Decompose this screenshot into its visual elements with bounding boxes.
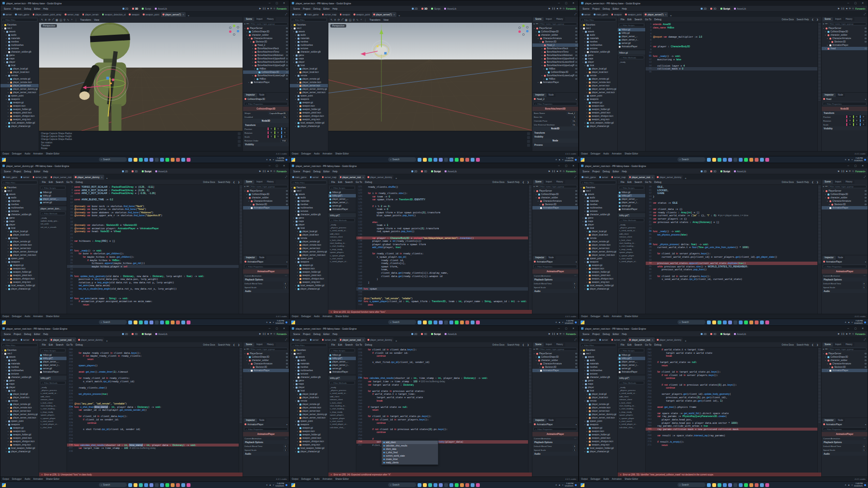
run-icon[interactable]: ⟳ [270, 7, 272, 10]
tray-chevron-icon[interactable]: ∧ [556, 158, 557, 161]
filesystem-tree-row[interactable]: ▾player_remote.gd [579, 77, 617, 81]
gimp-icon[interactable] [465, 158, 469, 162]
filesystem-tree-row[interactable]: ▾player_remote.gd [0, 77, 39, 81]
method-item[interactable]: calculate_shot_... [328, 426, 356, 429]
online-docs-button[interactable]: Online Docs [203, 181, 215, 183]
filesystem-tree-row[interactable]: ▾remote [290, 399, 328, 403]
filesystem-tree-row[interactable]: ▾materials [579, 362, 617, 365]
search-help-button[interactable]: Search Help [218, 181, 230, 183]
taskbar-clock[interactable]: 7:43 PM5/14/2025 [854, 483, 863, 487]
menu-item[interactable]: Editor [32, 7, 41, 10]
taskbar-search[interactable]: ⌕Search [99, 483, 127, 487]
script-file-item[interactable]: player_server_... [328, 360, 356, 363]
visibility-eye-icon[interactable] [286, 55, 288, 56]
instance-scene-button[interactable]: ⚯ [246, 22, 249, 25]
filesystem-tree-row[interactable]: ▾Favorites: [290, 349, 328, 352]
script-menu-item[interactable]: Debug [364, 343, 374, 346]
filesystem-tree-row[interactable]: ▾player_character.gd [579, 287, 617, 291]
filesystem-tree-row[interactable]: ▾textures [290, 47, 328, 50]
filesystem-tree-row[interactable]: ▾character_soldier.glb [579, 50, 617, 54]
renderer-selector[interactable]: Forward+ [277, 333, 287, 335]
close-button[interactable]: ✕ [281, 326, 287, 331]
filter-input[interactable]: ⌕Filter Methods [40, 211, 66, 215]
run-icon[interactable]: ◇ [852, 170, 854, 172]
inspector-subsection[interactable]: Transform [822, 111, 868, 115]
code-minimap[interactable] [239, 185, 243, 314]
scene-tree-row[interactable]: ▾HitBox [532, 77, 578, 81]
inspector-tab[interactable]: Inspector [823, 256, 836, 260]
edge-icon[interactable] [718, 158, 721, 162]
filesystem-tree-row[interactable]: ▾player [579, 223, 617, 226]
filesystem-tree-row[interactable]: ▾player_local.tscn [579, 233, 617, 237]
script-file-item[interactable]: AnimationPlayer [328, 208, 356, 211]
scene-tree-row[interactable]: ▾CharacterArmature [243, 37, 289, 40]
scene-tree-row[interactable]: ▾BoneAttachmentTorso [243, 50, 289, 54]
notification-icon[interactable] [285, 321, 287, 323]
scene-tree-row[interactable]: ▾character_soldier [532, 33, 578, 37]
filesystem-tree-row[interactable]: ▾weapon_holder.gd [579, 270, 617, 274]
instance-scene-button[interactable]: ⚯ [825, 185, 827, 188]
filesystem-tree-row[interactable]: ▾player_local.gd [579, 230, 617, 233]
run-icon[interactable]: ❙❙ [262, 333, 266, 335]
scene-tab[interactable]: server [580, 12, 592, 17]
menu-item[interactable]: Help [42, 7, 50, 10]
filesystem-tree-row[interactable]: ▾multimeshes [290, 369, 328, 372]
discord-icon[interactable] [728, 321, 732, 324]
filesystem-tree-row[interactable]: ▾spawn_point [0, 94, 39, 98]
filesystem-tree-row[interactable]: ▾weapon_holder.gd [579, 108, 617, 111]
volume-icon[interactable]: ◖ [851, 321, 853, 323]
discord-icon[interactable] [439, 321, 443, 324]
scene-tree-row[interactable]: ▾PlayerServer [822, 352, 868, 355]
inspector-tab[interactable]: Node [836, 93, 845, 97]
maximize-button[interactable]: ▢ [274, 326, 280, 331]
visibility-eye-icon[interactable] [575, 41, 578, 42]
menu-item[interactable]: Editor [32, 170, 41, 173]
scene-tab[interactable]: player_server(*)✕ [643, 12, 668, 17]
script-menu-item[interactable]: Edit [337, 343, 344, 346]
scene-tab[interactable]: player_server_dummy [366, 337, 393, 342]
browser-icon[interactable] [434, 321, 437, 324]
run-icon[interactable]: ❙❙ [262, 170, 266, 172]
script-file-item[interactable]: lobby.gd(*) [39, 357, 67, 360]
inspector-subsection[interactable]: Process [532, 143, 578, 147]
scene-tree-row[interactable]: ▾character_soldier [532, 359, 578, 362]
discord-icon[interactable] [728, 158, 732, 162]
tool-icon[interactable]: ✛ [334, 18, 337, 21]
inspector-tab[interactable]: Node [836, 418, 845, 422]
filesystem-tree-row[interactable]: ▾game [290, 216, 328, 220]
scene-tree-row[interactable]: ▾CharacterArmature [822, 362, 868, 365]
filesystem-tree-row[interactable]: ▾local [290, 389, 328, 392]
close-button[interactable]: ✕ [281, 0, 287, 6]
code-minimap[interactable] [817, 22, 821, 151]
bottom-panel-tab[interactable]: Shader Editor [46, 315, 59, 318]
menu-item[interactable]: Scene [292, 333, 301, 335]
filesystem-tree-row[interactable]: ▾textures [579, 372, 617, 376]
scene-filter-input[interactable]: Filter: name, t:type, g:group [828, 348, 867, 351]
filesystem-tree-row[interactable]: ▾multimeshes [290, 43, 328, 47]
expand-icon[interactable]: ⤢ [284, 338, 288, 341]
filesystem-tree-row[interactable]: ▾player_local.gd [290, 230, 328, 233]
dock-tab[interactable]: Scene [244, 17, 254, 21]
visibility-eye-icon[interactable] [575, 194, 578, 195]
output-tool-button[interactable] [527, 136, 530, 139]
visibility-eye-icon[interactable] [575, 197, 578, 198]
run-icon[interactable]: ⟳ [849, 7, 851, 10]
run-icon[interactable]: ⟳ [849, 333, 851, 335]
scene-tree-row[interactable]: ▾BoneAttachmentAbdomen [532, 54, 578, 57]
history-back-icon[interactable]: ❮ [522, 181, 524, 183]
visibility-eye-icon[interactable] [286, 48, 288, 49]
filesystem-tree-row[interactable]: ▾multimeshes [0, 206, 39, 209]
filesystem-tree-row[interactable]: ▾Favorites: [0, 349, 39, 352]
autocomplete-item[interactable]: client_data [382, 447, 438, 451]
scene-tab[interactable]: main_game [14, 12, 31, 17]
scene-tab[interactable]: player_spawn_point_array [31, 12, 63, 17]
script-menu-item[interactable]: Edit [626, 343, 633, 346]
bottom-panel-tab[interactable]: Shader Editor [624, 315, 638, 318]
scene-tab[interactable]: server_map [31, 175, 49, 180]
script-file-item[interactable]: player_server_r... [618, 363, 645, 367]
bottom-panel-tab[interactable]: Output [581, 478, 588, 480]
filesystem-tree-row[interactable]: ▾weapon.tscn [290, 267, 328, 270]
tray-chevron-icon[interactable]: ∧ [266, 321, 268, 323]
filesystem-tree-row[interactable]: ▾player_server_root.tscn [0, 253, 39, 257]
expand-icon[interactable]: ⤢ [284, 13, 288, 16]
